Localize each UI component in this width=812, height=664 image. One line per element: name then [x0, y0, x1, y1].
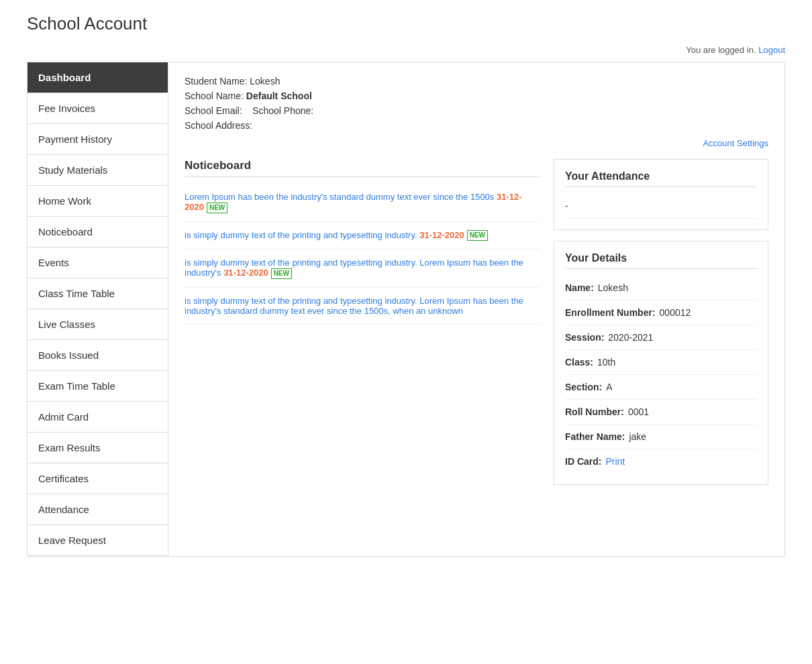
school-email-label: School Email:	[185, 105, 242, 116]
sidebar-item-study-materials[interactable]: Study Materials	[28, 155, 168, 186]
sidebar-item-exam-time-table[interactable]: Exam Time Table	[28, 371, 168, 402]
new-badge: NEW	[207, 203, 227, 213]
school-address-row: School Address:	[185, 120, 768, 131]
sidebar-item-certificates[interactable]: Certificates	[28, 463, 168, 494]
detail-value: Lokesh	[598, 282, 628, 293]
new-badge: NEW	[271, 268, 292, 279]
logout-link[interactable]: Logout	[758, 45, 785, 55]
notice-text[interactable]: is simply dummy text of the printing and…	[185, 296, 523, 316]
detail-row: Name:Lokesh	[565, 276, 757, 300]
sidebar-item-class-time-table[interactable]: Class Time Table	[28, 278, 168, 309]
sidebar-item-events[interactable]: Events	[28, 247, 168, 278]
student-info: Student Name: Lokesh School Name: Defaul…	[185, 76, 768, 131]
sidebar-item-admit-card[interactable]: Admit Card	[28, 402, 168, 433]
detail-label: Section:	[565, 382, 602, 392]
student-name-label: Student Name:	[185, 76, 247, 87]
noticeboard-section: Noticeboard Lorem Ipsum has been the ind…	[185, 159, 540, 485]
detail-label: ID Card:	[565, 456, 601, 467]
detail-row: Roll Number:0001	[565, 400, 757, 425]
sidebar-item-leave-request[interactable]: Leave Request	[28, 525, 168, 556]
detail-value: A	[606, 382, 612, 392]
sidebar-item-dashboard[interactable]: Dashboard	[28, 62, 168, 93]
sidebar-item-live-classes[interactable]: Live Classes	[28, 309, 168, 340]
detail-label: Enrollment Number:	[565, 307, 656, 318]
top-bar: You are logged in. Logout	[27, 45, 785, 55]
notice-date: 31-12-2020	[419, 230, 464, 240]
sidebar-item-payment-history[interactable]: Payment History	[28, 124, 168, 155]
detail-value: 0001	[628, 406, 649, 417]
notice-date: 31-12-2020	[223, 268, 268, 278]
content-area: Student Name: Lokesh School Name: Defaul…	[168, 62, 785, 557]
new-badge: NEW	[467, 230, 488, 241]
login-status: You are logged in.	[686, 45, 756, 55]
account-settings-link[interactable]: Account Settings	[703, 138, 768, 148]
detail-row: Class:10th	[565, 350, 757, 375]
notice-item: is simply dummy text of the printing and…	[185, 288, 540, 325]
two-col-layout: Noticeboard Lorem Ipsum has been the ind…	[185, 159, 768, 485]
your-details-title: Your Details	[565, 252, 757, 269]
notice-item: is simply dummy text of the printing and…	[185, 250, 540, 288]
notice-item: Lorem Ipsum has been the industry's stan…	[185, 184, 540, 222]
student-name-value: Lokesh	[250, 76, 280, 87]
sidebar: DashboardFee InvoicesPayment HistoryStud…	[27, 62, 168, 557]
attendance-box: Your Attendance -	[554, 159, 768, 230]
school-phone-label: School Phone:	[252, 105, 313, 116]
detail-row: Enrollment Number:000012	[565, 300, 757, 325]
detail-value: jake	[629, 431, 646, 442]
sidebar-item-fee-invoices[interactable]: Fee Invoices	[28, 93, 168, 124]
detail-value: 2020-2021	[608, 332, 653, 343]
student-name-row: Student Name: Lokesh	[185, 76, 768, 87]
detail-row: Father Name:jake	[565, 425, 757, 449]
school-name-value: Default School	[246, 91, 312, 101]
detail-label: Name:	[565, 282, 594, 293]
attendance-title: Your Attendance	[565, 170, 757, 187]
sidebar-item-home-work[interactable]: Home Work	[28, 186, 168, 217]
detail-label: Class:	[565, 357, 593, 368]
attendance-value: -	[565, 194, 757, 219]
school-name-row: School Name: Default School	[185, 91, 768, 101]
school-address-label: School Address:	[185, 120, 252, 131]
notice-item: is simply dummy text of the printing and…	[185, 222, 540, 250]
sidebar-item-attendance[interactable]: Attendance	[28, 494, 168, 525]
sidebar-item-exam-results[interactable]: Exam Results	[28, 433, 168, 463]
details-rows: Name:LokeshEnrollment Number:000012Sessi…	[565, 276, 757, 474]
right-column: Your Attendance - Your Details Name:Loke…	[554, 159, 768, 485]
noticeboard-title: Noticeboard	[185, 159, 540, 177]
detail-row: Session:2020-2021	[565, 325, 757, 350]
detail-label: Session:	[565, 332, 604, 343]
sidebar-item-books-issued[interactable]: Books Issued	[28, 340, 168, 371]
sidebar-item-noticeboard[interactable]: Noticeboard	[28, 217, 168, 247]
detail-row: Section:A	[565, 375, 757, 400]
school-email-phone-row: School Email: School Phone:	[185, 105, 768, 116]
your-details-box: Your Details Name:LokeshEnrollment Numbe…	[554, 241, 768, 485]
main-layout: DashboardFee InvoicesPayment HistoryStud…	[27, 62, 785, 557]
page-title: School Account	[27, 13, 785, 34]
noticeboard-items: Lorem Ipsum has been the industry's stan…	[185, 184, 540, 325]
detail-row: ID Card:Print	[565, 449, 757, 474]
detail-label: Roll Number:	[565, 406, 624, 417]
notice-text[interactable]: Lorem Ipsum has been the industry's stan…	[185, 192, 497, 202]
account-settings-container: Account Settings	[185, 137, 768, 148]
detail-value[interactable]: Print	[605, 456, 625, 467]
notice-text[interactable]: is simply dummy text of the printing and…	[185, 230, 419, 240]
detail-label: Father Name:	[565, 431, 625, 442]
detail-value: 10th	[597, 357, 615, 368]
school-name-label: School Name:	[185, 91, 244, 101]
detail-value: 000012	[660, 307, 691, 318]
